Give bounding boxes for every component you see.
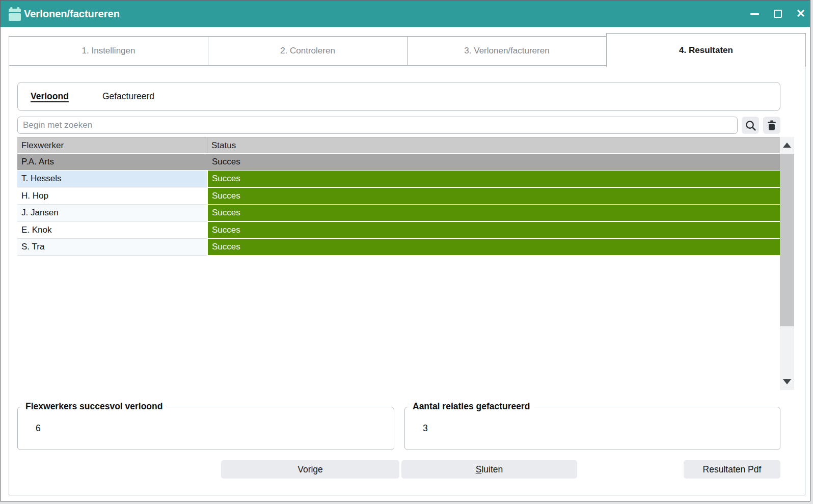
vorige-button[interactable]: Vorige [221,460,399,479]
minimize-icon [750,13,759,15]
tab-resultaten[interactable]: 4. Resultaten [606,33,806,67]
flexwerker-cell: E. Knok [17,222,207,238]
subtab-gefactureerd[interactable]: Gefactureerd [102,91,154,102]
arrow-down-icon [783,379,791,384]
flexwerker-cell: P.A. Arts [17,154,207,170]
table-row[interactable]: T. Hessels Succes [17,171,780,187]
search-input[interactable] [17,117,738,134]
status-cell: Succes [208,154,780,170]
sluiten-button[interactable]: Sluiten [401,460,577,479]
subtab-verloond[interactable]: Verloond [31,91,69,102]
status-cell: Succes [208,188,780,204]
column-header-flexwerker[interactable]: Flexwerker [17,137,207,153]
tab-verlonen-factureren[interactable]: 3. Verlonen/factureren [407,36,607,66]
summary-gefactureerd-box: Aantal relaties gefactureerd 3 [404,407,780,450]
status-cell: Succes [208,205,780,221]
tab-controleren[interactable]: 2. Controleren [208,36,408,66]
flexwerker-cell: J. Jansen [17,205,207,221]
table-row[interactable]: E. Knok Succes [17,222,780,238]
summary-gefactureerd-value: 3 [423,423,428,434]
tab-instellingen[interactable]: 1. Instellingen [9,36,208,66]
scrollbar-thumb[interactable] [780,154,794,326]
minimize-button[interactable] [747,7,762,20]
clear-search-button[interactable] [763,117,780,134]
search-button[interactable] [742,117,759,134]
window-title: Verlonen/factureren [24,1,120,27]
tab-label: 3. Verlonen/factureren [464,46,549,56]
scroll-up-button[interactable] [780,137,794,153]
summary-verloond-label: Flexwerkers succesvol verloond [22,401,166,412]
flexwerker-cell: H. Hop [17,188,207,204]
arrow-up-icon [783,143,791,148]
tab-label: 2. Controleren [280,46,335,56]
flexwerker-cell: T. Hessels [17,171,207,187]
trash-icon [766,120,777,131]
scroll-down-button[interactable] [780,374,794,390]
app-window: Verlonen/factureren ✕ 1. Instellingen 2.… [0,0,810,501]
tab-label: 4. Resultaten [679,45,733,55]
calendar-icon [9,7,21,21]
status-cell: Succes [208,239,780,255]
result-subtabs: Verloond Gefactureerd [17,82,780,111]
summary-verloond-box: Flexwerkers succesvol verloond 6 [17,407,394,450]
table-row[interactable]: H. Hop Succes [17,188,780,204]
result-grid: P.A. Arts Succes T. Hessels Succes H. Ho… [17,154,780,256]
summary-verloond-value: 6 [36,423,41,434]
summary-gefactureerd-label: Aantal relaties gefactureerd [409,401,534,412]
maximize-icon [774,10,782,18]
maximize-button[interactable] [770,7,785,20]
titlebar: Verlonen/factureren ✕ [1,1,810,27]
status-cell: Succes [208,222,780,238]
flexwerker-cell: S. Tra [17,239,207,255]
table-row[interactable]: P.A. Arts Succes [17,154,780,170]
search-icon [745,120,756,131]
resultaten-pdf-button[interactable]: Resultaten Pdf [684,460,780,479]
status-cell: Succes [208,171,780,187]
close-button[interactable]: ✕ [793,7,808,20]
column-header-status[interactable]: Status [207,137,780,153]
grid-header: Flexwerker Status [17,137,780,153]
close-icon: ✕ [796,8,805,19]
table-row[interactable]: J. Jansen Succes [17,205,780,221]
vertical-scrollbar [780,137,794,390]
table-row[interactable]: S. Tra Succes [17,239,780,255]
tab-label: 1. Instellingen [82,46,136,56]
